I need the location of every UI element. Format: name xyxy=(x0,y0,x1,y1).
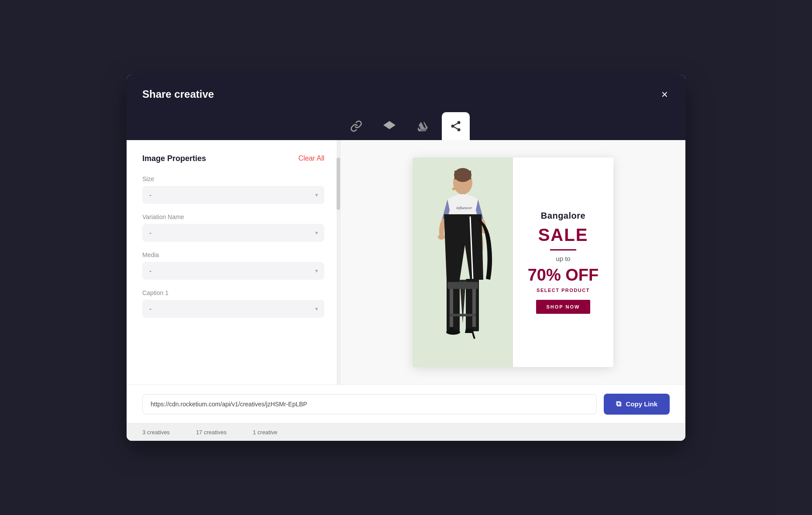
modal-overlay: Share creative × xyxy=(0,0,812,515)
modal-header-top: Share creative × xyxy=(142,87,670,102)
model-illustration: influencer xyxy=(413,158,513,367)
size-select-wrapper: - ▾ xyxy=(142,186,324,204)
tab-link[interactable] xyxy=(342,112,370,140)
bottom-bar: 3 creatives 17 creatives 1 creative xyxy=(127,423,685,441)
svg-point-0 xyxy=(458,121,461,124)
drive-icon xyxy=(416,120,429,132)
svg-rect-19 xyxy=(472,288,476,327)
svg-text:influencer: influencer xyxy=(456,206,472,210)
modal-title: Share creative xyxy=(142,88,214,100)
preview-text-side: Bangalore SALE up to 70% OFF SELECT PROD… xyxy=(513,158,613,367)
modal-footer: ⧉ Copy Link xyxy=(127,385,685,423)
tab-drive[interactable] xyxy=(409,112,437,140)
scrollbar-track xyxy=(337,140,340,385)
svg-point-11 xyxy=(438,234,445,240)
sale-upto: up to xyxy=(556,255,570,262)
creative-preview: influencer xyxy=(413,158,613,367)
svg-line-4 xyxy=(454,123,458,125)
caption1-label: Caption 1 xyxy=(142,289,324,296)
svg-point-22 xyxy=(452,188,455,190)
scrollbar-thumb[interactable] xyxy=(337,158,340,210)
variation-name-field-group: Variation Name - ▾ xyxy=(142,213,324,242)
creatives-count-2: 17 creatives xyxy=(196,429,227,436)
copy-link-label: Copy Link xyxy=(626,400,657,408)
panel-title: Image Properties xyxy=(142,154,206,163)
sale-percent: 70% OFF xyxy=(528,267,599,283)
creatives-count-1: 3 creatives xyxy=(142,429,170,436)
media-select[interactable]: - xyxy=(142,262,324,280)
media-label: Media xyxy=(142,251,324,258)
link-icon xyxy=(350,120,362,132)
sale-divider xyxy=(550,249,576,251)
svg-rect-8 xyxy=(454,171,471,179)
variation-name-select-wrapper: - ▾ xyxy=(142,224,324,242)
modal-body: Image Properties Clear All Size - ▾ Vari xyxy=(127,140,685,385)
modal-header: Share creative × xyxy=(127,75,685,140)
tab-share[interactable] xyxy=(442,112,470,140)
copy-link-button[interactable]: ⧉ Copy Link xyxy=(604,394,670,415)
preview-image-side: influencer xyxy=(413,158,513,367)
creatives-count-3: 1 creative xyxy=(253,429,277,436)
media-field-group: Media - ▾ xyxy=(142,251,324,280)
svg-rect-21 xyxy=(450,314,476,316)
share-creative-modal: Share creative × xyxy=(127,75,685,441)
variation-name-select[interactable]: - xyxy=(142,224,324,242)
svg-rect-18 xyxy=(450,288,453,327)
modal-tabs xyxy=(142,112,670,140)
url-input[interactable] xyxy=(142,394,597,414)
media-select-wrapper: - ▾ xyxy=(142,262,324,280)
variation-name-label: Variation Name xyxy=(142,213,324,220)
shop-now-button[interactable]: SHOP NOW xyxy=(536,300,591,314)
sale-city: Bangalore xyxy=(541,211,585,221)
copy-icon: ⧉ xyxy=(616,400,621,409)
caption1-select[interactable]: - xyxy=(142,300,324,318)
close-button[interactable]: × xyxy=(660,87,670,102)
svg-line-3 xyxy=(454,127,458,129)
size-select[interactable]: - xyxy=(142,186,324,204)
right-panel: influencer xyxy=(341,140,685,385)
size-field-group: Size - ▾ xyxy=(142,175,324,204)
svg-rect-16 xyxy=(449,328,454,334)
caption1-field-group: Caption 1 - ▾ xyxy=(142,289,324,318)
clear-all-button[interactable]: Clear All xyxy=(298,154,324,162)
left-panel: Image Properties Clear All Size - ▾ Vari xyxy=(127,140,341,385)
dropbox-icon xyxy=(383,120,396,132)
size-label: Size xyxy=(142,175,324,182)
caption1-select-wrapper: - ▾ xyxy=(142,300,324,318)
svg-point-1 xyxy=(451,124,454,127)
tab-dropbox[interactable] xyxy=(375,112,403,140)
share-icon xyxy=(450,120,462,132)
sale-word: SALE xyxy=(538,225,588,245)
panel-header: Image Properties Clear All xyxy=(142,154,324,163)
sale-select-product: SELECT PRODUCT xyxy=(537,288,590,293)
svg-rect-20 xyxy=(447,282,478,289)
svg-point-2 xyxy=(458,128,461,131)
